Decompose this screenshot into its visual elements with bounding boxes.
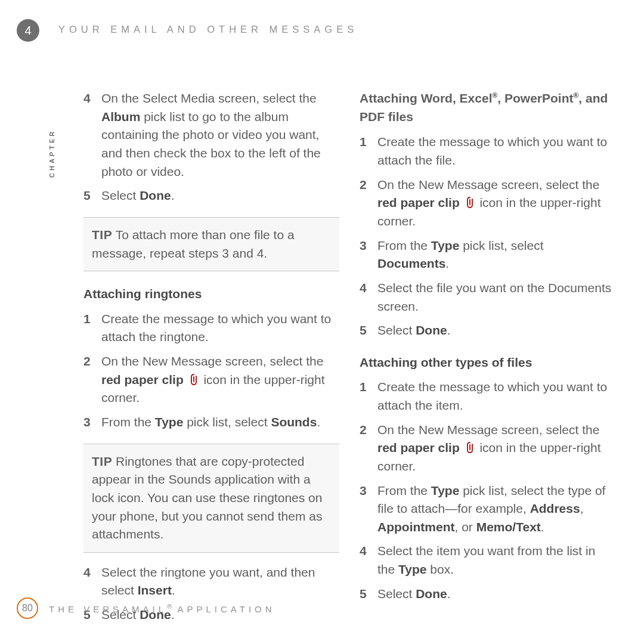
bold-term: Appointment — [377, 520, 454, 534]
body-text: Create the message to which you want to … — [377, 133, 615, 169]
left-column: 4 On the Select Media screen, select the… — [83, 89, 339, 630]
bold-term: Type — [431, 484, 459, 497]
step-number: 1 — [360, 378, 377, 414]
body-text: Create the message to which you want to … — [377, 378, 615, 414]
list-item: 2 On the New Message screen, select the … — [83, 352, 339, 407]
body-text: On the New Message screen, select the — [377, 178, 599, 191]
bold-term: Address — [530, 501, 580, 515]
tip-label: TIP — [92, 228, 112, 242]
list-item: 5 Select Done. — [83, 187, 339, 205]
tip-text: To attach more than one file to a messag… — [92, 228, 295, 260]
bold-term: Type — [398, 562, 426, 576]
chapter-number-badge: 4 — [17, 19, 39, 42]
list-item: 1 Create the message to which you want t… — [360, 378, 615, 414]
body-text: From the — [101, 415, 155, 429]
list-item: 4 On the Select Media screen, select the… — [83, 89, 339, 181]
step-number: 4 — [83, 564, 101, 600]
body-text: , or — [454, 520, 476, 534]
paperclip-icon — [465, 196, 475, 209]
bold-term: Insert — [138, 583, 172, 597]
step-number: 1 — [360, 133, 377, 169]
body-text: . — [171, 188, 175, 202]
page-header: YOUR EMAIL AND OTHER MESSAGES — [58, 24, 358, 35]
step-number: 2 — [360, 176, 377, 231]
step-number: 3 — [360, 237, 377, 273]
chapter-label-vertical: CHAPTER — [48, 129, 55, 178]
body-text: . — [317, 415, 320, 429]
body-text: From the — [377, 484, 431, 497]
tip-box: TIP Ringtones that are copy-protected ap… — [83, 444, 339, 553]
body-text: . — [172, 583, 175, 597]
section-heading: Attaching other types of files — [360, 354, 615, 371]
bold-term: Done — [416, 323, 447, 337]
bold-term: Sounds — [271, 415, 317, 429]
bold-term: red paper clip — [377, 196, 463, 209]
body-text: pick list, select — [183, 415, 271, 429]
body-text: box. — [427, 562, 454, 576]
footer-text: THE VERSAMAIL — [49, 604, 167, 614]
bold-term: red paper clip — [101, 373, 187, 386]
list-item: 1 Create the message to which you want t… — [83, 310, 339, 346]
paperclip-icon — [188, 373, 199, 386]
list-item: 3 From the Type pick list, select Docume… — [360, 237, 615, 273]
section-heading: Attaching Word, Excel®, PowerPoint®, and… — [360, 89, 615, 126]
list-item: 3 From the Type pick list, select the ty… — [360, 482, 615, 537]
section-heading: Attaching ringtones — [83, 286, 339, 302]
body-text: . — [447, 587, 451, 600]
step-number: 2 — [360, 421, 377, 476]
bold-term: Memo/Text — [476, 520, 541, 534]
list-item: 1 Create the message to which you want t… — [360, 133, 615, 169]
registered-mark: ® — [167, 603, 172, 610]
list-item: 2 On the New Message screen, select the … — [360, 421, 615, 476]
body-text: Select — [101, 188, 140, 202]
step-number: 4 — [83, 89, 101, 181]
step-number: 5 — [360, 321, 377, 340]
body-text: Select the ringtone you want, and then s… — [101, 565, 315, 597]
body-text: Select — [377, 323, 416, 337]
footer-text: APPLICATION — [172, 604, 275, 614]
list-item: 4 Select the ringtone you want, and then… — [83, 564, 339, 600]
bold-term: Documents — [377, 256, 445, 270]
step-number: 4 — [360, 542, 377, 578]
body-text: On the New Message screen, select the — [377, 423, 599, 436]
body-text: . — [445, 256, 449, 270]
registered-mark: ® — [492, 91, 497, 100]
step-number: 5 — [360, 585, 377, 603]
body-text: On the Select Media screen, select the — [101, 91, 317, 105]
bold-term: red paper clip — [377, 441, 463, 454]
heading-part: Attaching Word, Excel — [360, 91, 492, 105]
body-text: . — [541, 520, 544, 534]
page-number-badge: 80 — [17, 597, 38, 619]
body-text: From the — [377, 239, 431, 252]
bold-term: Album — [101, 110, 140, 123]
step-number: 2 — [83, 352, 101, 407]
step-number: 1 — [83, 310, 101, 346]
heading-part: , PowerPoint — [497, 91, 573, 105]
tip-box: TIP To attach more than one file to a me… — [83, 217, 339, 271]
list-item: 5 Select Done. — [360, 585, 615, 603]
footer-app-name: THE VERSAMAIL® APPLICATION — [49, 603, 275, 614]
tip-label: TIP — [92, 454, 112, 468]
bold-term: Done — [416, 587, 447, 600]
step-number: 3 — [83, 413, 101, 432]
body-text: . — [447, 323, 451, 337]
body-text: Create the message to which you want to … — [101, 310, 339, 346]
body-text: , — [580, 501, 584, 515]
body-text: pick list, select — [459, 239, 543, 252]
paperclip-icon — [465, 441, 475, 454]
list-item: 2 On the New Message screen, select the … — [360, 176, 615, 231]
list-item: 4 Select the item you want from the list… — [360, 542, 615, 578]
bold-term: Done — [140, 188, 171, 202]
step-number: 5 — [83, 187, 101, 205]
list-item: 3 From the Type pick list, select Sounds… — [83, 413, 339, 432]
list-item: 5 Select Done. — [360, 321, 615, 340]
step-number: 4 — [360, 279, 377, 315]
bold-term: Type — [155, 415, 183, 429]
tip-text: Ringtones that are copy-protected appear… — [92, 454, 322, 541]
body-text: Select the file you want on the Document… — [377, 279, 615, 315]
step-number: 3 — [360, 482, 377, 537]
body-text: Select — [377, 587, 416, 600]
body-text: On the New Message screen, select the — [101, 354, 323, 368]
list-item: 4 Select the file you want on the Docume… — [360, 279, 615, 315]
right-column: Attaching Word, Excel®, PowerPoint®, and… — [360, 89, 615, 630]
